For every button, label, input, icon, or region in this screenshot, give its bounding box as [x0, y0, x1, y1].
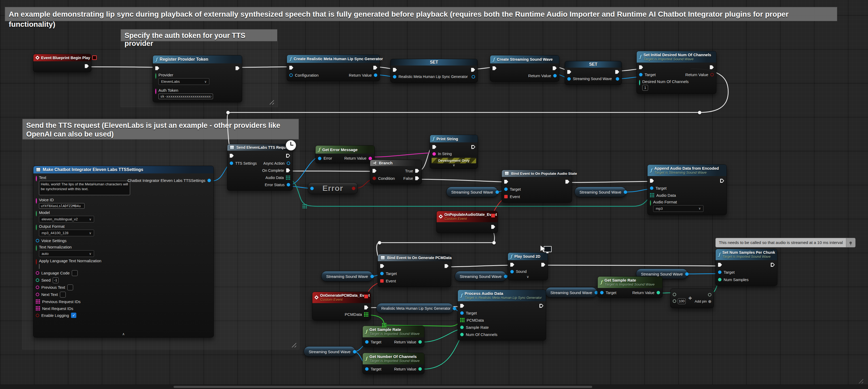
node-append-audio-data[interactable]: ƒ Append Audio Data from Encoded Target … — [647, 164, 727, 215]
provider-pin[interactable] — [155, 73, 156, 79]
audio-data-pin[interactable] — [286, 176, 290, 180]
node-comment-bubble[interactable]: This needs to be called so that audio is… — [715, 238, 856, 247]
node-get-error-message[interactable]: ƒ Get Error Message Error Return Value — [315, 145, 375, 163]
node-create-lipsync-generator[interactable]: ƒ Create Realistic Meta Human Lip Sync G… — [287, 55, 380, 81]
reroute-node[interactable] — [378, 241, 381, 244]
node-set-num-samples-per-chunk[interactable]: ƒ Set Num Samples Per Chunk Target is Im… — [715, 249, 777, 286]
debug-marker-icon[interactable] — [92, 55, 97, 60]
divide-input-b-value[interactable]: 100 — [678, 298, 686, 304]
text-pin[interactable] — [36, 176, 37, 181]
exec-in-pin[interactable] — [639, 65, 643, 69]
horizontal-scrollbar[interactable] — [0, 385, 868, 389]
return-value-pin[interactable] — [553, 74, 557, 78]
exec-in-pin[interactable] — [510, 263, 514, 267]
desired-channels-pin[interactable] — [639, 80, 640, 85]
apply-normalization-pin[interactable] — [36, 259, 37, 265]
array-reroute-node[interactable] — [303, 204, 307, 208]
exec-in-pin[interactable] — [230, 154, 234, 158]
getter-streaming-sound-wave[interactable]: Streaming Sound Wave — [446, 187, 498, 197]
text-normalization-pin[interactable] — [36, 245, 37, 251]
getter-streaming-sound-wave[interactable]: Streaming Sound Wave — [304, 346, 355, 357]
reroute-node[interactable] — [698, 111, 701, 114]
error-in-pin[interactable] — [310, 187, 314, 190]
exec-out-pin[interactable] — [553, 66, 557, 70]
getter-out-pin[interactable] — [685, 272, 689, 276]
getter-streaming-sound-wave[interactable]: Streaming Sound Wave — [455, 271, 506, 281]
node-branch[interactable]: Branch True Condition False — [370, 160, 422, 184]
node-error-collapsed[interactable]: Error — [308, 182, 358, 194]
struct-output-pin[interactable] — [208, 179, 211, 182]
in-string-pin[interactable] — [432, 152, 436, 156]
exec-out-pin[interactable] — [491, 225, 495, 229]
node-set-streaming-sound-wave[interactable]: SET Streaming Sound Wave — [565, 61, 622, 85]
add-pin-icon[interactable]: ⊕ — [708, 299, 711, 304]
node-make-tts-settings[interactable]: Make Chatbot Integrator Eleven Labs TTSS… — [33, 166, 214, 337]
pcm-data-pin[interactable] — [364, 312, 368, 317]
event-delegate-pin[interactable] — [380, 279, 384, 283]
return-value-pin[interactable] — [710, 73, 714, 77]
pcm-data-pin[interactable] — [460, 318, 464, 322]
sound-pin[interactable] — [510, 270, 514, 273]
enable-logging-pin[interactable] — [36, 314, 39, 317]
exec-in-pin[interactable] — [504, 180, 508, 184]
language-code-input[interactable] — [72, 270, 78, 276]
node-bind-populate-audio-state[interactable]: Bind Event to On Populate Audio State Ta… — [502, 170, 572, 203]
node-set-initial-channels[interactable]: ƒ Set Initial Desired Num Of Channels Ta… — [637, 51, 716, 94]
language-code-pin[interactable] — [36, 271, 39, 275]
provider-dropdown[interactable]: ElevenLabs ∨ — [158, 78, 209, 85]
next-request-ids-pin[interactable] — [36, 306, 40, 310]
seed-input[interactable]: -1 — [53, 277, 59, 283]
value-in-pin[interactable] — [567, 77, 571, 81]
condition-pin[interactable] — [373, 177, 376, 180]
exec-out-pin[interactable] — [565, 180, 569, 184]
array-reroute-node[interactable] — [382, 323, 386, 327]
target-pin[interactable] — [460, 311, 464, 315]
model-pin[interactable] — [36, 211, 37, 216]
getter-streaming-sound-wave[interactable]: Streaming Sound Wave — [321, 271, 373, 281]
node-send-tts-request[interactable]: Send ElevenLabs TTS Request TTS Settings… — [227, 144, 293, 191]
exec-out-pin[interactable] — [471, 68, 475, 72]
audio-format-dropdown[interactable]: mp3 ∨ — [653, 205, 704, 212]
previous-text-pin[interactable] — [36, 286, 39, 289]
value-in-pin[interactable] — [393, 75, 396, 79]
target-pin[interactable] — [600, 291, 603, 294]
sample-rate-pin[interactable] — [460, 326, 464, 329]
node-on-generate-pcmdata-event[interactable]: OnGeneratePCMData_Event Custom Event PCM… — [312, 292, 371, 320]
collapse-chevron-icon[interactable]: ∨ — [430, 163, 478, 168]
node-divide[interactable]: 100 ÷ Add pin ⊕ — [670, 289, 714, 308]
delegate-pin[interactable] — [364, 294, 368, 299]
next-text-pin[interactable] — [36, 293, 39, 296]
exec-out-pin[interactable] — [615, 70, 619, 74]
getter-out-pin[interactable] — [370, 275, 374, 278]
node-play-sound-2d[interactable]: ƒ Play Sound 2D Sound ∨ — [508, 252, 548, 280]
error-pin[interactable] — [318, 157, 321, 160]
target-pin[interactable] — [650, 186, 653, 190]
exec-in-pin[interactable] — [155, 66, 159, 70]
tts-settings-pin[interactable] — [230, 161, 233, 165]
node-get-sample-rate[interactable]: ƒ Get Sample Rate Target is Imported Sou… — [363, 326, 425, 347]
node-process-audio-data[interactable]: ƒ Process Audio Data Target is Realistic… — [458, 290, 546, 340]
return-value-pin[interactable] — [374, 73, 377, 77]
exec-out-pin[interactable] — [85, 64, 89, 68]
exec-out-pin[interactable] — [373, 66, 377, 70]
model-dropdown[interactable]: eleven_multilingual_v2 ∨ — [39, 216, 94, 222]
exec-in-pin[interactable] — [650, 179, 654, 183]
previous-request-ids-pin[interactable] — [36, 299, 40, 304]
voice-settings-pin[interactable] — [36, 239, 39, 242]
apply-normalization-checkbox[interactable] — [39, 264, 39, 269]
blueprint-canvas[interactable]: An example demonstrating lip sync during… — [0, 0, 868, 389]
delegate-pin[interactable] — [491, 213, 495, 218]
node-register-provider-token[interactable]: ƒ Register Provider Token Provider Eleve… — [153, 55, 242, 102]
exec-out-pin[interactable] — [771, 263, 775, 267]
exec-in-pin[interactable] — [380, 264, 384, 268]
previous-text-input[interactable] — [67, 285, 73, 290]
exec-out-pin[interactable] — [364, 305, 368, 309]
divide-input-a-pin[interactable] — [673, 293, 676, 296]
exec-in-pin[interactable] — [432, 145, 436, 149]
return-value-pin[interactable] — [657, 291, 660, 294]
getter-streaming-sound-wave[interactable]: Streaming Sound Wave — [545, 287, 597, 298]
target-pin[interactable] — [639, 73, 643, 77]
voice-id-pin[interactable] — [36, 198, 37, 204]
exec-in-pin[interactable] — [460, 304, 464, 308]
collapse-chevron-icon[interactable]: ∧ — [33, 332, 214, 337]
